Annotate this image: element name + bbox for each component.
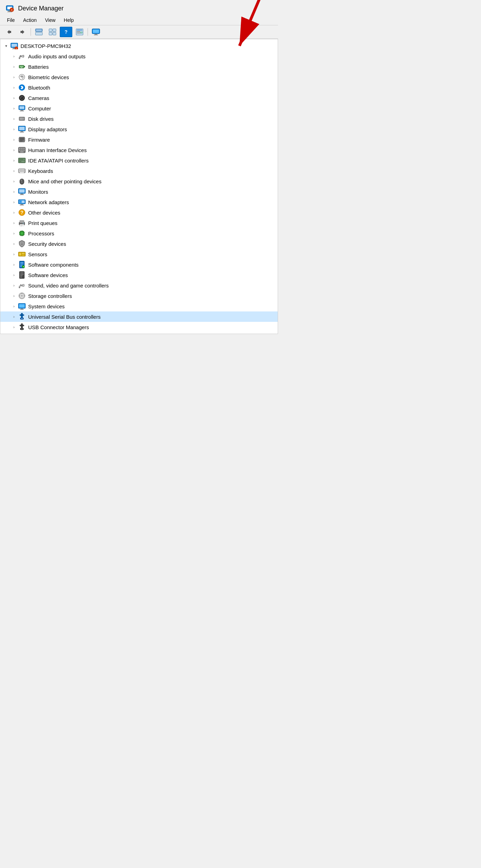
svg-rect-123 <box>21 234 22 234</box>
svg-rect-71 <box>21 148 23 149</box>
svg-rect-14 <box>53 32 56 35</box>
list-view-button[interactable] <box>33 27 45 37</box>
cameras-label: Cameras <box>28 95 49 101</box>
storage-icon <box>18 292 26 300</box>
svg-rect-36 <box>19 57 20 59</box>
tree-item-mice[interactable]: › Mice and other pointing devices <box>0 176 278 186</box>
tree-item-firmware[interactable]: › Firmware <box>0 134 278 145</box>
svg-rect-39 <box>24 66 25 67</box>
svg-rect-74 <box>21 150 23 151</box>
svg-text:!: ! <box>16 48 17 50</box>
usb-icon <box>18 312 26 321</box>
menu-view[interactable]: View <box>41 16 59 24</box>
svg-rect-152 <box>19 286 20 288</box>
tree-item-keyboards[interactable]: › Keyboards <box>0 166 278 176</box>
svg-rect-9 <box>35 32 42 35</box>
tree-item-monitors[interactable]: › Monitors <box>0 186 278 197</box>
print-icon <box>18 219 26 227</box>
svg-rect-83 <box>23 159 23 160</box>
menu-action[interactable]: Action <box>19 16 41 24</box>
svg-rect-18 <box>77 30 82 31</box>
sound-label: Sound, video and game controllers <box>28 283 109 289</box>
tree-item-ide[interactable]: › IDE ATA/ATAPI controllers <box>0 155 278 166</box>
svg-rect-88 <box>21 169 22 170</box>
tree-item-print[interactable]: › Print queues <box>0 218 278 228</box>
monitors-label: Monitors <box>28 189 48 195</box>
properties-button[interactable]: + <box>73 27 86 37</box>
svg-point-56 <box>23 118 24 119</box>
svg-rect-90 <box>23 169 24 170</box>
tree-root[interactable]: ▾ ! DESKTOP-PMC9H32 <box>0 41 278 51</box>
svg-rect-102 <box>21 194 23 194</box>
svg-rect-80 <box>19 159 20 160</box>
expander-softcomp: › <box>10 262 18 267</box>
svg-rect-84 <box>19 161 20 162</box>
svg-rect-142 <box>20 265 23 266</box>
tree-item-disk[interactable]: › Disk drives <box>0 114 278 124</box>
svg-rect-98 <box>21 180 22 181</box>
processors-label: Processors <box>28 231 54 236</box>
svg-rect-76 <box>20 151 24 152</box>
svg-rect-126 <box>19 234 20 234</box>
expander-mice: › <box>10 179 18 183</box>
svg-text:?: ? <box>65 29 68 35</box>
tree-item-bluetooth[interactable]: › Bluetooth <box>0 82 278 93</box>
network-label: Network adapters <box>28 199 69 205</box>
tree-item-softdev[interactable]: › Software devices <box>0 270 278 280</box>
tree-item-usbconn[interactable]: › USB Connector Managers <box>0 322 278 332</box>
svg-rect-114 <box>20 220 24 223</box>
svg-text:?: ? <box>21 210 24 215</box>
svg-rect-92 <box>21 171 22 172</box>
tree-item-sound[interactable]: › Sound, video and game controllers <box>0 280 278 291</box>
svg-rect-24 <box>93 30 99 33</box>
tree-item-audio[interactable]: › Audio inputs and outputs <box>0 51 278 61</box>
tree-item-computer[interactable]: › Computer <box>0 103 278 114</box>
tree-item-softcomp[interactable]: › + Software components <box>0 259 278 270</box>
svg-point-43 <box>22 77 23 78</box>
tree-item-sensors[interactable]: › Sensors <box>0 249 278 259</box>
other-label: Other devices <box>28 210 60 216</box>
svg-rect-141 <box>20 264 24 264</box>
tree-item-network[interactable]: › Network adapters <box>0 197 278 207</box>
tree-item-other[interactable]: › ? Other devices <box>0 207 278 218</box>
svg-rect-143 <box>20 266 22 267</box>
ide-icon <box>18 156 26 165</box>
tree-item-system[interactable]: › System devices <box>0 301 278 311</box>
svg-rect-147 <box>20 273 24 273</box>
tree-item-hid[interactable]: › Human Interface Devices <box>0 145 278 155</box>
detail-view-button[interactable] <box>46 27 59 37</box>
tree-item-security[interactable]: › Security devices <box>0 239 278 249</box>
security-icon <box>18 240 26 248</box>
softcomp-icon: + <box>18 260 26 269</box>
back-button[interactable] <box>3 27 15 37</box>
tree-item-processors[interactable]: › Proces <box>0 228 278 239</box>
help-button[interactable]: ? <box>60 27 72 37</box>
expander-display: › <box>10 127 18 131</box>
svg-rect-50 <box>19 106 24 109</box>
app-icon: ! <box>5 3 15 13</box>
menu-file[interactable]: File <box>3 16 19 24</box>
menu-help[interactable]: Help <box>60 16 78 24</box>
tree-item-storage[interactable]: › Storage controllers <box>0 291 278 301</box>
expander-bluetooth: › <box>10 85 18 90</box>
svg-rect-161 <box>19 304 25 308</box>
tree-item-usb[interactable]: › Universal Serial Bus controllers <box>0 311 278 322</box>
tree-item-cameras[interactable]: › Cameras <box>0 93 278 103</box>
tree-item-display[interactable]: › Display adaptors <box>0 124 278 134</box>
tree-item-batteries[interactable]: › + Batteries <box>0 61 278 72</box>
other-icon: ? <box>18 208 26 217</box>
expander-print: › <box>10 221 18 225</box>
usbconn-icon <box>18 323 26 331</box>
print-label: Print queues <box>28 220 57 226</box>
expander-softdev: › <box>10 273 18 277</box>
svg-rect-63 <box>20 139 24 140</box>
biometric-icon <box>18 73 26 81</box>
monitor-button[interactable] <box>90 27 102 37</box>
bluetooth-label: Bluetooth <box>28 85 50 91</box>
expander-keyboards: › <box>10 169 18 173</box>
tree-item-biometric[interactable]: › Biometric devices <box>0 72 278 82</box>
svg-rect-68 <box>25 140 25 141</box>
forward-button[interactable] <box>16 27 29 37</box>
disk-icon <box>18 115 26 123</box>
expander-storage: › <box>10 294 18 298</box>
